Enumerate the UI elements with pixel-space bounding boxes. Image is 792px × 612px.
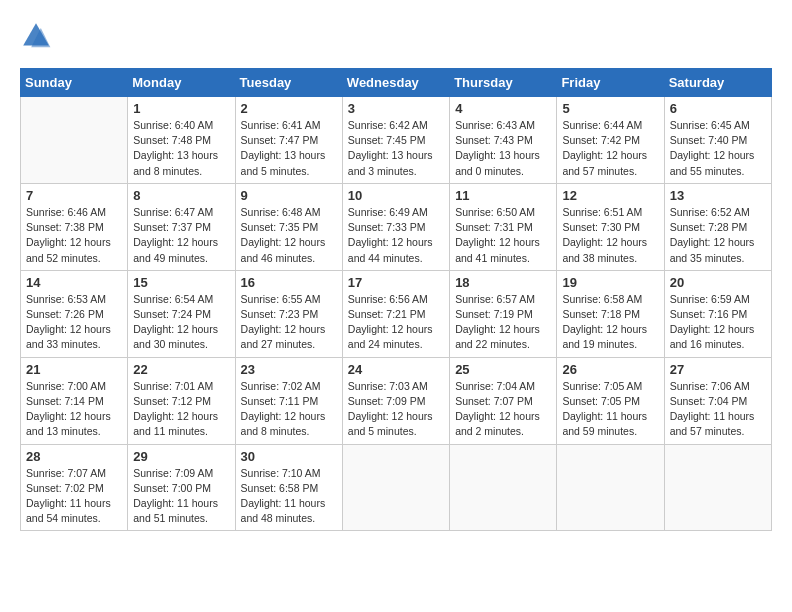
day-content: Sunrise: 6:42 AM Sunset: 7:45 PM Dayligh… [348,118,444,179]
logo-icon [20,20,52,52]
day-content: Sunrise: 6:43 AM Sunset: 7:43 PM Dayligh… [455,118,551,179]
day-number: 25 [455,362,551,377]
day-number: 30 [241,449,337,464]
day-number: 7 [26,188,122,203]
day-number: 5 [562,101,658,116]
day-number: 17 [348,275,444,290]
day-header-saturday: Saturday [664,69,771,97]
calendar-cell: 12Sunrise: 6:51 AM Sunset: 7:30 PM Dayli… [557,183,664,270]
calendar-cell: 21Sunrise: 7:00 AM Sunset: 7:14 PM Dayli… [21,357,128,444]
calendar-cell: 17Sunrise: 6:56 AM Sunset: 7:21 PM Dayli… [342,270,449,357]
day-content: Sunrise: 6:41 AM Sunset: 7:47 PM Dayligh… [241,118,337,179]
calendar-cell: 23Sunrise: 7:02 AM Sunset: 7:11 PM Dayli… [235,357,342,444]
calendar-cell: 28Sunrise: 7:07 AM Sunset: 7:02 PM Dayli… [21,444,128,531]
day-number: 9 [241,188,337,203]
day-content: Sunrise: 6:48 AM Sunset: 7:35 PM Dayligh… [241,205,337,266]
day-header-friday: Friday [557,69,664,97]
calendar-cell [450,444,557,531]
day-header-sunday: Sunday [21,69,128,97]
day-content: Sunrise: 6:44 AM Sunset: 7:42 PM Dayligh… [562,118,658,179]
day-content: Sunrise: 6:59 AM Sunset: 7:16 PM Dayligh… [670,292,766,353]
day-number: 19 [562,275,658,290]
day-content: Sunrise: 6:55 AM Sunset: 7:23 PM Dayligh… [241,292,337,353]
day-content: Sunrise: 6:50 AM Sunset: 7:31 PM Dayligh… [455,205,551,266]
day-content: Sunrise: 6:57 AM Sunset: 7:19 PM Dayligh… [455,292,551,353]
calendar-cell: 7Sunrise: 6:46 AM Sunset: 7:38 PM Daylig… [21,183,128,270]
day-number: 14 [26,275,122,290]
calendar-cell: 13Sunrise: 6:52 AM Sunset: 7:28 PM Dayli… [664,183,771,270]
day-content: Sunrise: 7:05 AM Sunset: 7:05 PM Dayligh… [562,379,658,440]
day-number: 26 [562,362,658,377]
calendar-cell: 19Sunrise: 6:58 AM Sunset: 7:18 PM Dayli… [557,270,664,357]
week-row-0: 1Sunrise: 6:40 AM Sunset: 7:48 PM Daylig… [21,97,772,184]
week-row-3: 21Sunrise: 7:00 AM Sunset: 7:14 PM Dayli… [21,357,772,444]
calendar-cell: 8Sunrise: 6:47 AM Sunset: 7:37 PM Daylig… [128,183,235,270]
day-number: 16 [241,275,337,290]
day-number: 6 [670,101,766,116]
day-number: 23 [241,362,337,377]
day-content: Sunrise: 6:58 AM Sunset: 7:18 PM Dayligh… [562,292,658,353]
calendar-body: 1Sunrise: 6:40 AM Sunset: 7:48 PM Daylig… [21,97,772,531]
day-header-wednesday: Wednesday [342,69,449,97]
calendar-cell: 25Sunrise: 7:04 AM Sunset: 7:07 PM Dayli… [450,357,557,444]
day-number: 2 [241,101,337,116]
day-number: 24 [348,362,444,377]
day-header-tuesday: Tuesday [235,69,342,97]
day-content: Sunrise: 7:04 AM Sunset: 7:07 PM Dayligh… [455,379,551,440]
calendar-cell: 9Sunrise: 6:48 AM Sunset: 7:35 PM Daylig… [235,183,342,270]
header-row: SundayMondayTuesdayWednesdayThursdayFrid… [21,69,772,97]
calendar-cell [557,444,664,531]
day-number: 12 [562,188,658,203]
calendar-cell: 18Sunrise: 6:57 AM Sunset: 7:19 PM Dayli… [450,270,557,357]
day-header-thursday: Thursday [450,69,557,97]
day-number: 22 [133,362,229,377]
calendar-cell: 6Sunrise: 6:45 AM Sunset: 7:40 PM Daylig… [664,97,771,184]
week-row-2: 14Sunrise: 6:53 AM Sunset: 7:26 PM Dayli… [21,270,772,357]
page-header [20,20,772,52]
day-content: Sunrise: 6:53 AM Sunset: 7:26 PM Dayligh… [26,292,122,353]
day-number: 29 [133,449,229,464]
calendar-cell: 11Sunrise: 6:50 AM Sunset: 7:31 PM Dayli… [450,183,557,270]
calendar-cell: 24Sunrise: 7:03 AM Sunset: 7:09 PM Dayli… [342,357,449,444]
calendar-cell: 1Sunrise: 6:40 AM Sunset: 7:48 PM Daylig… [128,97,235,184]
calendar-cell: 16Sunrise: 6:55 AM Sunset: 7:23 PM Dayli… [235,270,342,357]
day-content: Sunrise: 6:52 AM Sunset: 7:28 PM Dayligh… [670,205,766,266]
day-content: Sunrise: 7:01 AM Sunset: 7:12 PM Dayligh… [133,379,229,440]
day-header-monday: Monday [128,69,235,97]
calendar-cell [664,444,771,531]
day-number: 21 [26,362,122,377]
day-content: Sunrise: 7:10 AM Sunset: 6:58 PM Dayligh… [241,466,337,527]
day-number: 20 [670,275,766,290]
week-row-4: 28Sunrise: 7:07 AM Sunset: 7:02 PM Dayli… [21,444,772,531]
day-number: 4 [455,101,551,116]
day-content: Sunrise: 6:40 AM Sunset: 7:48 PM Dayligh… [133,118,229,179]
calendar-cell [21,97,128,184]
day-number: 3 [348,101,444,116]
day-content: Sunrise: 7:02 AM Sunset: 7:11 PM Dayligh… [241,379,337,440]
day-number: 11 [455,188,551,203]
day-number: 15 [133,275,229,290]
day-number: 1 [133,101,229,116]
calendar-cell: 29Sunrise: 7:09 AM Sunset: 7:00 PM Dayli… [128,444,235,531]
day-number: 28 [26,449,122,464]
calendar-cell: 3Sunrise: 6:42 AM Sunset: 7:45 PM Daylig… [342,97,449,184]
day-content: Sunrise: 6:49 AM Sunset: 7:33 PM Dayligh… [348,205,444,266]
day-content: Sunrise: 6:45 AM Sunset: 7:40 PM Dayligh… [670,118,766,179]
week-row-1: 7Sunrise: 6:46 AM Sunset: 7:38 PM Daylig… [21,183,772,270]
day-content: Sunrise: 6:56 AM Sunset: 7:21 PM Dayligh… [348,292,444,353]
calendar-table: SundayMondayTuesdayWednesdayThursdayFrid… [20,68,772,531]
day-content: Sunrise: 6:46 AM Sunset: 7:38 PM Dayligh… [26,205,122,266]
calendar-cell: 26Sunrise: 7:05 AM Sunset: 7:05 PM Dayli… [557,357,664,444]
day-number: 10 [348,188,444,203]
calendar-cell: 2Sunrise: 6:41 AM Sunset: 7:47 PM Daylig… [235,97,342,184]
calendar-cell: 20Sunrise: 6:59 AM Sunset: 7:16 PM Dayli… [664,270,771,357]
day-content: Sunrise: 7:06 AM Sunset: 7:04 PM Dayligh… [670,379,766,440]
day-number: 27 [670,362,766,377]
day-content: Sunrise: 7:03 AM Sunset: 7:09 PM Dayligh… [348,379,444,440]
calendar-cell [342,444,449,531]
day-content: Sunrise: 6:54 AM Sunset: 7:24 PM Dayligh… [133,292,229,353]
day-content: Sunrise: 7:07 AM Sunset: 7:02 PM Dayligh… [26,466,122,527]
calendar-cell: 30Sunrise: 7:10 AM Sunset: 6:58 PM Dayli… [235,444,342,531]
day-content: Sunrise: 6:47 AM Sunset: 7:37 PM Dayligh… [133,205,229,266]
day-content: Sunrise: 7:09 AM Sunset: 7:00 PM Dayligh… [133,466,229,527]
